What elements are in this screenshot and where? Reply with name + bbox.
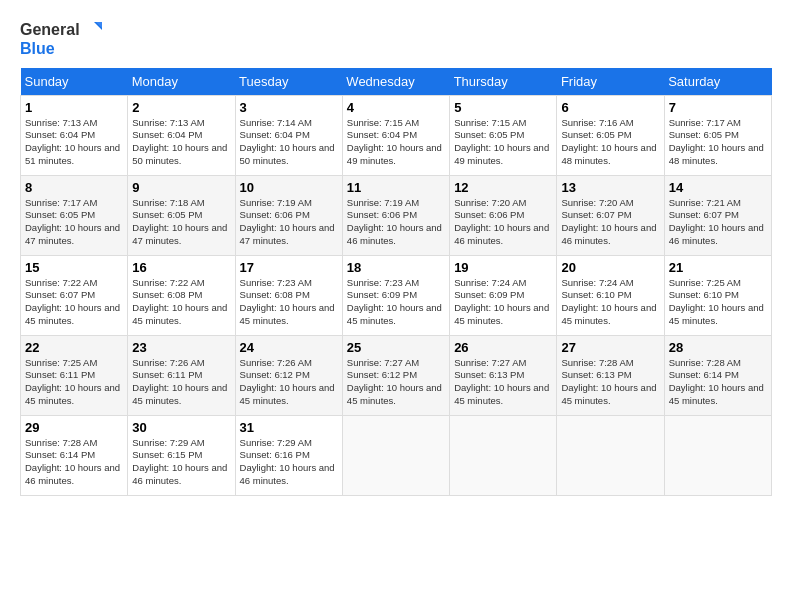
day-info: Sunrise: 7:28 AM Sunset: 6:13 PM Dayligh… xyxy=(561,357,659,408)
day-number: 28 xyxy=(669,340,767,355)
logo-general: General xyxy=(20,21,80,39)
day-header-tuesday: Tuesday xyxy=(235,68,342,96)
logo-text: General Blue xyxy=(20,20,102,58)
day-info: Sunrise: 7:25 AM Sunset: 6:11 PM Dayligh… xyxy=(25,357,123,408)
calendar-cell xyxy=(342,415,449,495)
day-number: 8 xyxy=(25,180,123,195)
day-number: 4 xyxy=(347,100,445,115)
day-info: Sunrise: 7:25 AM Sunset: 6:10 PM Dayligh… xyxy=(669,277,767,328)
day-info: Sunrise: 7:23 AM Sunset: 6:08 PM Dayligh… xyxy=(240,277,338,328)
logo-bird-icon xyxy=(82,20,102,40)
day-info: Sunrise: 7:27 AM Sunset: 6:12 PM Dayligh… xyxy=(347,357,445,408)
calendar-cell: 9 Sunrise: 7:18 AM Sunset: 6:05 PM Dayli… xyxy=(128,175,235,255)
day-info: Sunrise: 7:24 AM Sunset: 6:10 PM Dayligh… xyxy=(561,277,659,328)
day-info: Sunrise: 7:26 AM Sunset: 6:12 PM Dayligh… xyxy=(240,357,338,408)
calendar-cell: 31 Sunrise: 7:29 AM Sunset: 6:16 PM Dayl… xyxy=(235,415,342,495)
calendar-cell xyxy=(557,415,664,495)
day-info: Sunrise: 7:22 AM Sunset: 6:08 PM Dayligh… xyxy=(132,277,230,328)
calendar-cell: 12 Sunrise: 7:20 AM Sunset: 6:06 PM Dayl… xyxy=(450,175,557,255)
day-info: Sunrise: 7:22 AM Sunset: 6:07 PM Dayligh… xyxy=(25,277,123,328)
day-number: 30 xyxy=(132,420,230,435)
day-info: Sunrise: 7:29 AM Sunset: 6:16 PM Dayligh… xyxy=(240,437,338,488)
day-info: Sunrise: 7:28 AM Sunset: 6:14 PM Dayligh… xyxy=(669,357,767,408)
day-info: Sunrise: 7:17 AM Sunset: 6:05 PM Dayligh… xyxy=(669,117,767,168)
calendar-cell xyxy=(450,415,557,495)
day-info: Sunrise: 7:23 AM Sunset: 6:09 PM Dayligh… xyxy=(347,277,445,328)
day-info: Sunrise: 7:24 AM Sunset: 6:09 PM Dayligh… xyxy=(454,277,552,328)
day-info: Sunrise: 7:19 AM Sunset: 6:06 PM Dayligh… xyxy=(347,197,445,248)
calendar-cell: 17 Sunrise: 7:23 AM Sunset: 6:08 PM Dayl… xyxy=(235,255,342,335)
calendar-cell: 5 Sunrise: 7:15 AM Sunset: 6:05 PM Dayli… xyxy=(450,95,557,175)
calendar-cell: 24 Sunrise: 7:26 AM Sunset: 6:12 PM Dayl… xyxy=(235,335,342,415)
day-number: 13 xyxy=(561,180,659,195)
calendar-cell: 20 Sunrise: 7:24 AM Sunset: 6:10 PM Dayl… xyxy=(557,255,664,335)
calendar-cell: 8 Sunrise: 7:17 AM Sunset: 6:05 PM Dayli… xyxy=(21,175,128,255)
day-header-monday: Monday xyxy=(128,68,235,96)
day-info: Sunrise: 7:20 AM Sunset: 6:06 PM Dayligh… xyxy=(454,197,552,248)
day-number: 18 xyxy=(347,260,445,275)
calendar-cell: 4 Sunrise: 7:15 AM Sunset: 6:04 PM Dayli… xyxy=(342,95,449,175)
day-number: 25 xyxy=(347,340,445,355)
calendar-cell xyxy=(664,415,771,495)
day-number: 6 xyxy=(561,100,659,115)
day-number: 12 xyxy=(454,180,552,195)
calendar-cell: 19 Sunrise: 7:24 AM Sunset: 6:09 PM Dayl… xyxy=(450,255,557,335)
day-number: 16 xyxy=(132,260,230,275)
day-number: 7 xyxy=(669,100,767,115)
logo-blue: Blue xyxy=(20,40,102,58)
day-info: Sunrise: 7:28 AM Sunset: 6:14 PM Dayligh… xyxy=(25,437,123,488)
day-number: 3 xyxy=(240,100,338,115)
day-number: 11 xyxy=(347,180,445,195)
calendar-cell: 22 Sunrise: 7:25 AM Sunset: 6:11 PM Dayl… xyxy=(21,335,128,415)
day-info: Sunrise: 7:14 AM Sunset: 6:04 PM Dayligh… xyxy=(240,117,338,168)
calendar-cell: 18 Sunrise: 7:23 AM Sunset: 6:09 PM Dayl… xyxy=(342,255,449,335)
day-info: Sunrise: 7:29 AM Sunset: 6:15 PM Dayligh… xyxy=(132,437,230,488)
calendar-cell: 16 Sunrise: 7:22 AM Sunset: 6:08 PM Dayl… xyxy=(128,255,235,335)
day-number: 29 xyxy=(25,420,123,435)
day-number: 24 xyxy=(240,340,338,355)
day-number: 14 xyxy=(669,180,767,195)
calendar-cell: 25 Sunrise: 7:27 AM Sunset: 6:12 PM Dayl… xyxy=(342,335,449,415)
day-number: 5 xyxy=(454,100,552,115)
day-info: Sunrise: 7:19 AM Sunset: 6:06 PM Dayligh… xyxy=(240,197,338,248)
calendar-cell: 29 Sunrise: 7:28 AM Sunset: 6:14 PM Dayl… xyxy=(21,415,128,495)
day-number: 19 xyxy=(454,260,552,275)
calendar-cell: 3 Sunrise: 7:14 AM Sunset: 6:04 PM Dayli… xyxy=(235,95,342,175)
day-number: 31 xyxy=(240,420,338,435)
day-number: 22 xyxy=(25,340,123,355)
calendar-cell: 23 Sunrise: 7:26 AM Sunset: 6:11 PM Dayl… xyxy=(128,335,235,415)
day-info: Sunrise: 7:13 AM Sunset: 6:04 PM Dayligh… xyxy=(132,117,230,168)
day-header-wednesday: Wednesday xyxy=(342,68,449,96)
day-number: 2 xyxy=(132,100,230,115)
calendar-cell: 13 Sunrise: 7:20 AM Sunset: 6:07 PM Dayl… xyxy=(557,175,664,255)
calendar-cell: 21 Sunrise: 7:25 AM Sunset: 6:10 PM Dayl… xyxy=(664,255,771,335)
calendar-cell: 2 Sunrise: 7:13 AM Sunset: 6:04 PM Dayli… xyxy=(128,95,235,175)
calendar-cell: 26 Sunrise: 7:27 AM Sunset: 6:13 PM Dayl… xyxy=(450,335,557,415)
calendar-table: SundayMondayTuesdayWednesdayThursdayFrid… xyxy=(20,68,772,496)
day-number: 26 xyxy=(454,340,552,355)
day-info: Sunrise: 7:26 AM Sunset: 6:11 PM Dayligh… xyxy=(132,357,230,408)
day-info: Sunrise: 7:15 AM Sunset: 6:05 PM Dayligh… xyxy=(454,117,552,168)
day-info: Sunrise: 7:20 AM Sunset: 6:07 PM Dayligh… xyxy=(561,197,659,248)
day-header-friday: Friday xyxy=(557,68,664,96)
day-number: 17 xyxy=(240,260,338,275)
day-number: 23 xyxy=(132,340,230,355)
day-info: Sunrise: 7:13 AM Sunset: 6:04 PM Dayligh… xyxy=(25,117,123,168)
day-info: Sunrise: 7:16 AM Sunset: 6:05 PM Dayligh… xyxy=(561,117,659,168)
day-info: Sunrise: 7:21 AM Sunset: 6:07 PM Dayligh… xyxy=(669,197,767,248)
day-number: 27 xyxy=(561,340,659,355)
logo: General Blue xyxy=(20,20,102,58)
day-header-sunday: Sunday xyxy=(21,68,128,96)
calendar-cell: 6 Sunrise: 7:16 AM Sunset: 6:05 PM Dayli… xyxy=(557,95,664,175)
calendar-cell: 15 Sunrise: 7:22 AM Sunset: 6:07 PM Dayl… xyxy=(21,255,128,335)
calendar-cell: 14 Sunrise: 7:21 AM Sunset: 6:07 PM Dayl… xyxy=(664,175,771,255)
day-info: Sunrise: 7:15 AM Sunset: 6:04 PM Dayligh… xyxy=(347,117,445,168)
calendar-cell: 11 Sunrise: 7:19 AM Sunset: 6:06 PM Dayl… xyxy=(342,175,449,255)
calendar-cell: 10 Sunrise: 7:19 AM Sunset: 6:06 PM Dayl… xyxy=(235,175,342,255)
calendar-cell: 1 Sunrise: 7:13 AM Sunset: 6:04 PM Dayli… xyxy=(21,95,128,175)
day-info: Sunrise: 7:18 AM Sunset: 6:05 PM Dayligh… xyxy=(132,197,230,248)
calendar-cell: 7 Sunrise: 7:17 AM Sunset: 6:05 PM Dayli… xyxy=(664,95,771,175)
calendar-cell: 28 Sunrise: 7:28 AM Sunset: 6:14 PM Dayl… xyxy=(664,335,771,415)
calendar-cell: 27 Sunrise: 7:28 AM Sunset: 6:13 PM Dayl… xyxy=(557,335,664,415)
day-info: Sunrise: 7:17 AM Sunset: 6:05 PM Dayligh… xyxy=(25,197,123,248)
